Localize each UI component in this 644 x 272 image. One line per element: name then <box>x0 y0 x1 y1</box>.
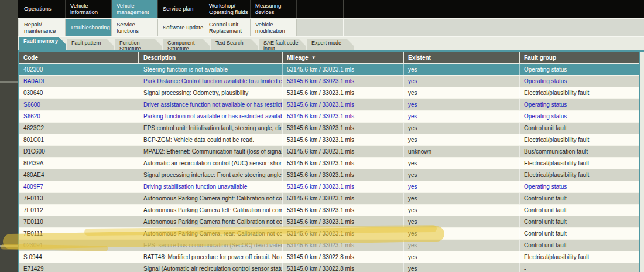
cell-fault_group: Control unit fault <box>520 205 639 216</box>
cell-description: Autonomous Parking Camera right: Calibra… <box>139 193 283 204</box>
cell-description: Driver assistance function not available… <box>139 99 283 110</box>
tab-sae-fault-code-input[interactable]: SAE fault code input <box>259 39 306 50</box>
sort-descending-icon: ▼ <box>311 55 316 60</box>
tab-fault-pattern[interactable]: Fault pattern <box>67 39 114 50</box>
cell-fault_group: Control unit fault <box>520 193 639 204</box>
cell-description: BCP-ZGM: Vehicle data could not be read. <box>139 134 283 145</box>
cell-code: 801C01 <box>19 134 139 145</box>
cell-code: 7E0112 <box>19 205 139 216</box>
cell-code: S6620 <box>19 111 139 122</box>
cell-fault_group: Operating status <box>520 111 639 122</box>
submenu-item-troubleshooting[interactable]: Troubleshooting <box>66 19 112 36</box>
fault-row-482300[interactable]: 482300Steering function is not available… <box>19 64 639 76</box>
cell-fault_group: Operating status <box>520 76 639 87</box>
column-header-mileage[interactable]: Mileage▼ <box>283 52 404 63</box>
cell-existent: yes <box>404 169 520 181</box>
column-header-fault-group[interactable]: Fault group <box>520 52 639 63</box>
fault-row-4823c2[interactable]: 4823C2EPS control unit: Initialisation f… <box>19 123 639 134</box>
diagnostics-app-window: OperationsVehicle informationVehicle man… <box>18 0 644 272</box>
cell-description: Parking function not available or has re… <box>139 111 283 122</box>
cell-description: EPS control unit: Initialisation fault, … <box>139 123 283 134</box>
fault-row-7e0112[interactable]: 7E0112Autonomous Parking Camera left: Ca… <box>19 205 639 216</box>
submenu-item-software-update[interactable]: Software update <box>158 19 204 36</box>
cell-existent: yes <box>404 134 520 145</box>
submenu-item-control-unit-replacement[interactable]: Control Unit Replacement <box>204 19 251 36</box>
fault-row-80439a[interactable]: 80439AAutomatic air recirculation contro… <box>19 158 639 169</box>
submenu-item-service-functions[interactable]: Service functions <box>112 19 158 36</box>
fault-row-023091[interactable]: 023091EPS: secure bus communication (Sec… <box>19 240 639 251</box>
menu-item-operations[interactable]: Operations <box>19 0 66 18</box>
menu-divider <box>343 0 344 18</box>
cell-code: D1C600 <box>19 146 139 157</box>
cell-mileage: 53145.6 km / 33023.1 mls <box>283 99 404 110</box>
table-body: 482300Steering function is not available… <box>19 64 639 272</box>
submenu-item-vehicle-modification[interactable]: Vehicle modification <box>251 19 297 36</box>
cell-fault_group: Control unit fault <box>520 228 639 239</box>
menu-item-workshop-operating-fluids[interactable]: Workshop/ Operating fluids <box>204 0 251 18</box>
tab-function-structure[interactable]: Function Structure <box>115 39 162 50</box>
fault-row-s6620[interactable]: S6620Parking function not available or h… <box>19 111 639 123</box>
fault-row-480ae4[interactable]: 480AE4Signal processing interface: Front… <box>19 169 639 181</box>
main-menu-bar: OperationsVehicle informationVehicle man… <box>18 0 644 18</box>
submenu-item-repair-maintenance[interactable]: Repair/ maintenance <box>19 19 66 36</box>
tab-expert-mode[interactable]: Expert mode <box>307 39 354 50</box>
tab-component-structure[interactable]: Component Structure <box>163 39 210 50</box>
column-label: Description <box>143 55 176 61</box>
cell-fault_group: Operating status <box>520 99 639 110</box>
cell-description: Signal (Automatic air recirculation cont… <box>139 263 283 272</box>
cell-existent: unknown <box>404 146 520 157</box>
menu-item-service-plan[interactable]: Service plan <box>158 0 204 18</box>
fault-row-030640[interactable]: 030640Signal processing: Odometry, plaus… <box>19 87 639 99</box>
fault-row-7e0113[interactable]: 7E0113Autonomous Parking Camera right: C… <box>19 193 639 205</box>
cell-mileage: 53145.6 km / 33023.1 mls <box>283 158 404 169</box>
cell-description: Park Distance Control function available… <box>139 76 283 87</box>
column-header-description[interactable]: Description <box>139 52 283 63</box>
fault-row-4809f7[interactable]: 4809F7Driving stabilisation function una… <box>19 181 639 193</box>
cell-mileage: 53145.6 km / 33023.1 mls <box>283 134 404 145</box>
cell-fault_group: Operating status <box>520 64 639 75</box>
cell-fault_group: Electrical/plausibility fault <box>520 134 639 145</box>
cell-code: 023091 <box>19 240 139 251</box>
tab-fault-memory[interactable]: Fault memory <box>19 37 66 50</box>
cell-existent: yes <box>404 251 520 263</box>
menu-item-vehicle-information[interactable]: Vehicle information <box>66 0 112 18</box>
cell-description: Automatic air recirculation control (AUC… <box>139 158 283 169</box>
cell-existent: yes <box>404 158 520 169</box>
fault-memory-table: CodeDescriptionMileage▼ExistentFault gro… <box>18 52 640 272</box>
cell-mileage: 53145.6 km / 33023.1 mls <box>283 169 404 181</box>
cell-description: Autonomous Parking Camera left: Calibrat… <box>139 205 283 216</box>
fault-row-7e0111[interactable]: 7E0111Autonomous Parking Camera, rear: C… <box>19 228 639 240</box>
cell-description: Autonomous Parking Camera, rear: Calibra… <box>139 228 283 239</box>
cell-fault_group: Control unit fault <box>520 216 639 227</box>
fault-row-d1c600[interactable]: D1C600MPAD2: Ethernet: Communication fau… <box>19 146 639 158</box>
column-header-existent[interactable]: Existent <box>404 52 520 63</box>
cell-fault_group: Control unit fault <box>520 240 639 251</box>
fault-row-7e0110[interactable]: 7E0110Autonomous Parking Camera front: C… <box>19 216 639 228</box>
cell-code: 80439A <box>19 158 139 169</box>
column-label: Mileage <box>287 55 309 61</box>
menu-item-vehicle-management[interactable]: Vehicle management <box>112 0 158 18</box>
fault-row-ba0ade[interactable]: BA0ADEPark Distance Control function ava… <box>19 76 639 87</box>
desktop-edge-strip <box>0 0 18 272</box>
cell-code: BA0ADE <box>19 76 139 87</box>
cell-fault_group: Bus/communication fault <box>520 146 639 157</box>
cell-existent: yes <box>404 64 520 75</box>
cell-code: 480AE4 <box>19 169 139 181</box>
cell-description: Driving stabilisation function unavailab… <box>139 181 283 192</box>
menu-item-measuring-devices[interactable]: Measuring devices <box>251 0 297 18</box>
cell-mileage: 53145.6 km / 33023.1 mls <box>283 181 404 192</box>
column-header-code[interactable]: Code <box>19 52 139 63</box>
table-header-row: CodeDescriptionMileage▼ExistentFault gro… <box>19 52 639 64</box>
fault-row-s6600[interactable]: S6600Driver assistance function not avai… <box>19 99 639 111</box>
column-label: Fault group <box>524 55 556 61</box>
column-label: Existent <box>408 55 431 61</box>
cell-fault_group: Control unit fault <box>520 123 639 134</box>
tab-text-search[interactable]: Text Search <box>211 39 258 50</box>
cell-existent: yes <box>404 111 520 122</box>
cell-existent: yes <box>404 76 520 87</box>
cell-existent: yes <box>404 181 520 192</box>
fault-row-s-0944[interactable]: S 0944BATT48: Modified procedure for pow… <box>19 251 639 263</box>
cell-fault_group: Electrical/plausibility fault <box>520 158 639 169</box>
fault-row-801c01[interactable]: 801C01BCP-ZGM: Vehicle data could not be… <box>19 134 639 146</box>
fault-row-e71429[interactable]: E71429Signal (Automatic air recirculatio… <box>19 263 639 272</box>
